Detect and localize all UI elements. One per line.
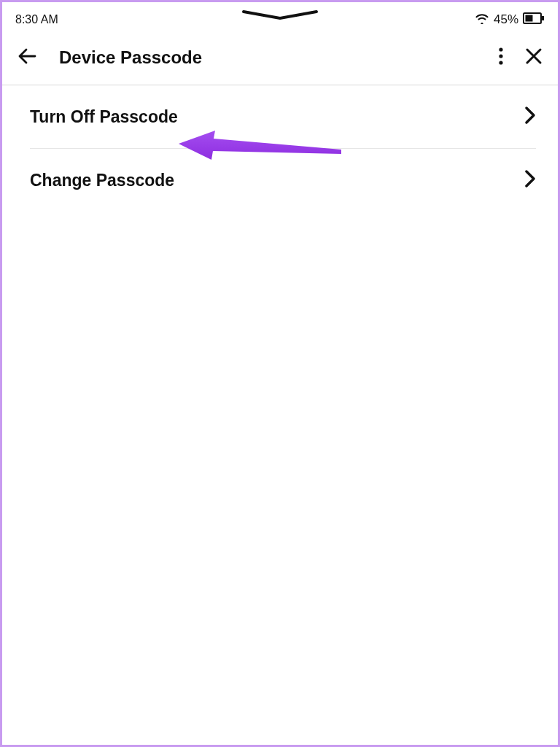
list-item-label: Turn Off Passcode: [30, 107, 178, 127]
page-title: Device Passcode: [59, 47, 498, 68]
turn-off-passcode-item[interactable]: Turn Off Passcode: [30, 85, 536, 149]
more-options-button[interactable]: [498, 46, 504, 69]
wifi-icon: [475, 12, 489, 27]
svg-rect-1: [542, 16, 544, 20]
settings-list: Turn Off Passcode Change Passcode: [2, 85, 558, 212]
battery-icon: [523, 12, 545, 27]
close-icon: [524, 47, 543, 68]
battery-percentage: 45%: [494, 12, 518, 27]
close-button[interactable]: [524, 47, 543, 68]
change-passcode-item[interactable]: Change Passcode: [30, 149, 536, 212]
svg-point-3: [499, 47, 502, 51]
drag-handle-icon: [236, 8, 324, 26]
list-item-label: Change Passcode: [30, 171, 174, 190]
back-button[interactable]: [17, 46, 37, 69]
chevron-right-icon: [524, 169, 536, 191]
kebab-menu-icon: [498, 46, 504, 69]
arrow-left-icon: [17, 46, 37, 69]
status-right: 45%: [475, 12, 545, 27]
status-time: 8:30 AM: [15, 13, 58, 26]
page-header: Device Passcode: [2, 33, 558, 85]
svg-point-5: [499, 61, 502, 64]
svg-point-4: [499, 54, 502, 58]
chevron-right-icon: [524, 106, 536, 128]
svg-rect-2: [526, 15, 533, 22]
